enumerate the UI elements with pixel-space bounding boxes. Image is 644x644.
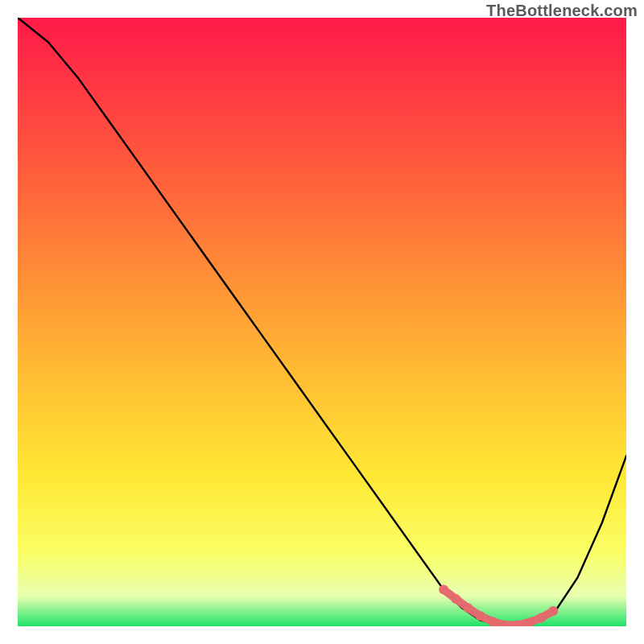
highlight-dot — [524, 618, 534, 628]
highlight-dot — [536, 613, 546, 622]
watermark-label: TheBottleneck.com — [486, 2, 638, 20]
plot-background — [18, 18, 626, 626]
highlight-dot — [439, 585, 448, 595]
chart-svg — [0, 0, 644, 644]
highlight-dot — [488, 617, 497, 626]
highlight-dot — [451, 594, 460, 604]
highlight-dot — [476, 611, 485, 621]
highlight-dot — [463, 603, 473, 613]
highlight-dot — [548, 606, 558, 616]
bottleneck-chart: TheBottleneck.com — [0, 0, 644, 644]
